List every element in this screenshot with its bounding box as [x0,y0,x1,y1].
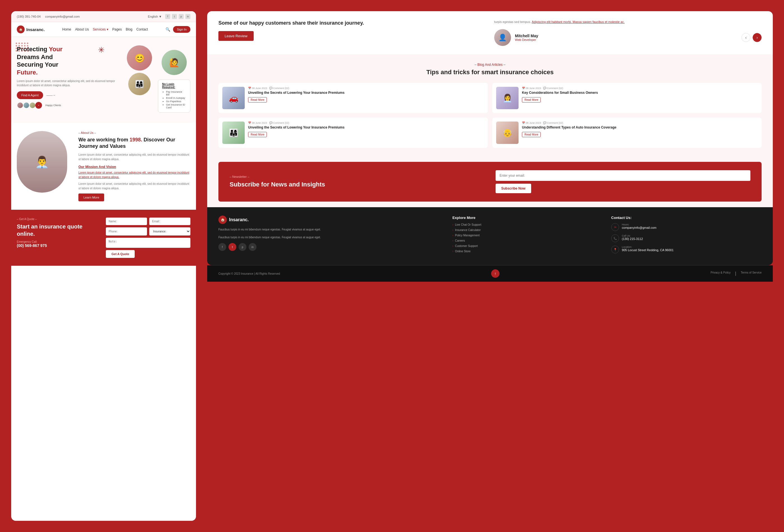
read-more-4[interactable]: Read More [522,132,541,137]
footer-link-policy[interactable]: Policy Management [452,234,603,237]
hero-image-1: 😊 [127,45,152,71]
sign-in-button[interactable]: Sign In [173,26,190,33]
testimonial-text-content: turpis egestas sed tempus. [494,20,532,24]
read-more-1[interactable]: Read More [248,97,267,103]
mission-description-2: Lorem ipsum dolor sit amet, consectetur … [78,182,190,191]
quote-section: – Get A Quote – Start an insurance quote… [11,210,196,266]
nav-pages[interactable]: Pages [112,27,122,31]
read-more-2[interactable]: Read More [522,97,541,103]
find-agent-button[interactable]: Find A Agent [17,91,43,99]
next-arrow[interactable]: › [753,33,762,42]
hero-section: Protecting Your Dreams And Securing Your… [11,37,196,123]
reviewer-role: Web Developer [515,38,538,41]
leave-review-button[interactable]: Leave Review [218,31,254,41]
newsletter-title: Subscribe for News and Insights [230,180,484,189]
blog-title: Tips and tricks for smart insurance choi… [218,68,762,77]
blog-meta-3: 📅 08 June 2023 💬 Comment (02) [248,121,484,124]
avatar-2 [23,102,30,109]
no-login-list: Pay Insurance Bill Enroll In Autopay Go … [162,90,186,109]
nav-contact[interactable]: Contact [136,27,148,31]
facebook-icon[interactable]: f [165,14,170,19]
testimonial-section: Some of our happy customers share their … [207,11,773,54]
blog-img-4: 👴 [496,121,519,144]
hero-images: 😊 👨‍👩‍👧 🙋 No Login Required: Pay Insuran… [123,45,190,117]
nav-blog[interactable]: Blog [126,27,133,31]
footer-twitter-icon[interactable]: t [228,243,236,251]
email-input[interactable] [149,218,190,225]
quote-form: Insurance: Get A Quote [106,218,190,258]
search-icon[interactable]: 🔍 [166,27,170,32]
no-login-card: No Login Required: Pay Insurance Bill En… [158,80,190,113]
contact-phone-value: (130) 215-3112 [622,237,643,241]
newsletter-section: – Newsletter – Subscribe for News and In… [218,162,762,202]
avatar-count: + [35,102,42,109]
footer-bottom-links: Privacy & Policy | Terms of Service [711,271,762,276]
contact-location-icon: 📍 [611,246,619,253]
about-image-wrap: 👨‍💼 [17,131,73,201]
about-tag: – About Us – [78,131,190,134]
contact-email-text: Hours: companyinfo@gmail.com [622,223,656,231]
testimonial-left: Some of our happy customers share their … [218,20,486,45]
pinterest-icon[interactable]: p [179,14,184,19]
logo[interactable]: 🏠 Insaranc. [17,26,45,33]
footer-copyright: Copyright © 2023 Insurance | All Rights … [218,272,280,275]
no-login-title: No Login Required: [162,83,186,89]
email-label: companyinfo@gmail.com [45,15,80,18]
insurance-select[interactable]: Insurance: [149,227,190,235]
language-label: English [148,15,158,18]
nav-services[interactable]: Services ▾ [93,27,108,31]
quote-title: Start an insurance quote online. [17,223,100,237]
reviewer-info: Mitchell May Web Developer [515,34,538,41]
note-textarea[interactable] [106,238,190,248]
mission-description: Lorem ipsum dolor sit amet, consectetur … [78,170,190,179]
footer-link-customer[interactable]: Customer Support [452,245,603,248]
testimonial-nav: ‹ › [741,33,762,42]
footer-link-careers[interactable]: Careers [452,239,603,242]
no-login-item-3: Go Paperless [166,100,186,103]
footer-pinterest-icon[interactable]: p [239,243,246,251]
testimonial-heading-text: Some of our happy customers share their … [218,20,364,26]
subscribe-button[interactable]: Subscribe Now [496,184,531,193]
reviewer: 👤 Mitchell May Web Developer ‹ › [494,29,762,46]
learn-more-button[interactable]: Learn More [78,194,104,201]
footer-linkedin-icon[interactable]: in [249,243,256,251]
blog-meta-1: 📅 08 June 2023 💬 Comment (02) [248,87,484,90]
footer-desc-2: Faucibus turpis in eu mi bibendum neque … [218,235,444,240]
get-quote-button[interactable]: Get A Quote [106,250,135,258]
newsletter-left: – Newsletter – Subscribe for News and In… [230,175,484,189]
contact-item-phone: 📞 Call Us: (130) 215-3112 [611,234,762,242]
footer-link-calculator[interactable]: Insurance Calculator [452,228,603,231]
topbar-right: English ▼ f t p in [148,14,190,19]
blog-content-4: 📅 08 June 2023 💬 Comment (02) Understand… [522,121,758,137]
footer-logo-icon: 🏠 [218,216,227,224]
name-input[interactable] [106,218,147,225]
footer-link-store[interactable]: Online Store [452,250,603,253]
footer-socials: f t p in [218,243,444,251]
read-more-3[interactable]: Read More [248,132,267,137]
phone-input[interactable] [106,227,147,235]
privacy-policy-link[interactable]: Privacy & Policy [711,271,731,276]
footer-nav-list: Live Chat Or Support Insurance Calculato… [452,223,603,253]
prev-arrow[interactable]: ‹ [741,33,750,42]
blog-date-1: 📅 08 June 2023 [248,87,267,90]
language-selector[interactable]: English ▼ [148,15,162,18]
footer-facebook-icon[interactable]: f [218,243,226,251]
linkedin-icon[interactable]: in [185,14,190,19]
nav-about[interactable]: About Us [75,27,89,31]
hero-description: Lorem ipsum dolor sit amet, consectetur … [17,79,119,87]
footer-bottom: Copyright © 2023 Insurance | All Rights … [207,265,773,282]
footer-logo-text: Insaranc. [229,217,249,222]
scroll-to-top-button[interactable]: ↑ [491,269,500,278]
blog-card-2: 👩‍💼 📅 08 June 2023 💬 Comment (02) Key Co… [492,83,762,113]
footer-link-support[interactable]: Live Chat Or Support [452,223,603,226]
nav-home[interactable]: Home [62,27,71,31]
twitter-icon[interactable]: t [172,14,177,19]
about-title-part1: We are working from [78,137,130,142]
about-year: 1998. [130,137,142,142]
blog-date-3: 📅 08 June 2023 [248,121,267,124]
about-person-placeholder: 👨‍💼 [17,131,67,193]
blog-title-3: Unveiling the Secrets of Lowering Your I… [248,125,484,130]
about-title: We are working from 1998. Discover Our J… [78,137,190,150]
newsletter-email-input[interactable] [496,170,750,181]
terms-of-service-link[interactable]: Terms of Service [741,271,762,276]
